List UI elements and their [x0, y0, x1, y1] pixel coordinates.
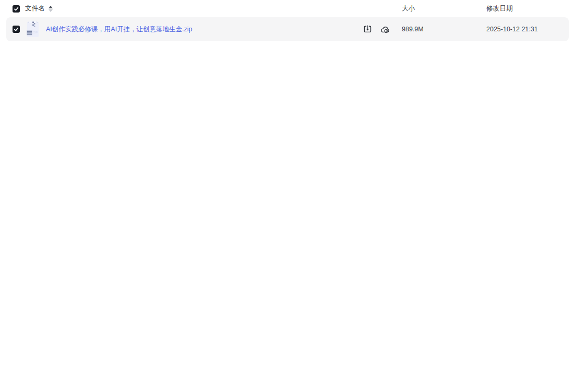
name-column-header[interactable]: 文件名 — [25, 0, 53, 17]
table-row[interactable]: ZIP AI创作实践必修课，用AI开挂，让创意落地生金.zip — [6, 17, 569, 41]
file-list-page: 文件名 大小 修改日期 — [0, 0, 575, 392]
download-button[interactable] — [363, 25, 372, 34]
file-name-cell: AI创作实践必修课，用AI开挂，让创意落地生金.zip — [46, 17, 193, 41]
download-icon — [363, 25, 372, 34]
modified-column-label: 修改日期 — [486, 4, 513, 13]
check-icon — [14, 27, 19, 32]
svg-text:ZIP: ZIP — [33, 31, 38, 34]
file-modified-date: 2025-10-12 21:31 — [486, 26, 538, 33]
file-name-link[interactable]: AI创作实践必修课，用AI开挂，让创意落地生金.zip — [46, 25, 193, 34]
select-all-cell — [13, 0, 20, 17]
file-size: 989.9M — [402, 26, 424, 33]
row-checkbox-cell — [13, 17, 20, 41]
file-size-cell: 989.9M — [402, 17, 485, 41]
sort-icon[interactable] — [49, 6, 53, 12]
file-modified-cell: 2025-10-12 21:31 — [486, 17, 570, 41]
list-header: 文件名 大小 修改日期 — [0, 0, 575, 17]
cloud-transfer-icon — [381, 25, 390, 34]
name-column-label: 文件名 — [25, 4, 45, 13]
modified-column-header[interactable]: 修改日期 — [486, 0, 570, 17]
sort-desc-arrow — [49, 9, 53, 12]
check-icon — [14, 6, 19, 11]
zip-file-icon: ZIP — [25, 20, 41, 38]
size-column-label: 大小 — [402, 4, 415, 13]
file-icon-cell: ZIP — [25, 17, 41, 41]
row-actions — [363, 17, 400, 41]
sort-asc-arrow — [49, 6, 53, 8]
size-column-header[interactable]: 大小 — [402, 0, 485, 17]
save-to-cloud-button[interactable] — [380, 25, 390, 34]
row-checkbox[interactable] — [13, 26, 20, 33]
select-all-checkbox[interactable] — [13, 5, 20, 13]
